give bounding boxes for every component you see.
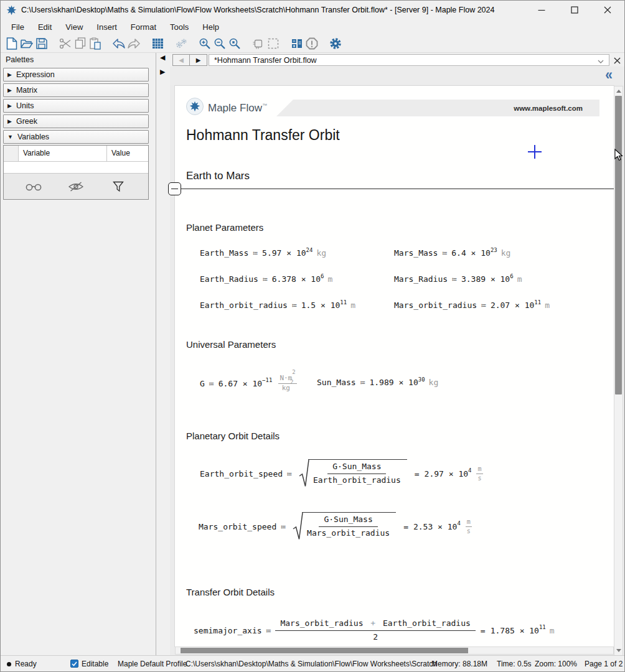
equation-sun-mass[interactable]: Sun_Mass ≔ 1.989 × 1030 kg xyxy=(317,378,438,387)
maple-flow-logo xyxy=(186,98,204,115)
menu-help[interactable]: Help xyxy=(195,21,226,34)
paste-icon[interactable] xyxy=(88,35,103,52)
menu-view[interactable]: View xyxy=(59,21,90,34)
palette-section-matrix[interactable]: ▶ Matrix xyxy=(3,83,149,97)
equation-earth-mass[interactable]: Earth_Mass ≔ 5.97 × 1024 kg xyxy=(200,248,326,258)
menu-tools[interactable]: Tools xyxy=(163,21,195,34)
worksheet-tab[interactable]: *Hohmann Transfer Orbit.flow xyxy=(209,54,609,66)
vertical-scroll-thumb[interactable] xyxy=(615,96,622,394)
redo-icon[interactable] xyxy=(126,35,141,52)
palettes-panel: Palettes ▶ Expression ▶ Matrix ▶ Units ▶… xyxy=(1,53,156,655)
menu-edit[interactable]: Edit xyxy=(31,21,59,34)
variables-column-variable[interactable]: Variable xyxy=(19,146,107,161)
planet-parameters-heading: Planet Parameters xyxy=(186,222,263,233)
assign-operator: ≔ xyxy=(263,274,268,284)
section-divider xyxy=(181,189,614,189)
menu-bar: File Edit View Insert Format Tools Help xyxy=(1,19,624,34)
forward-button[interactable]: ▶ xyxy=(190,55,207,65)
equation-mars-mass[interactable]: Mars_Mass ≔ 6.4 × 1023 kg xyxy=(394,248,510,258)
editable-checkbox[interactable] xyxy=(70,660,78,668)
tab-close-icon[interactable] xyxy=(613,56,621,65)
close-button[interactable] xyxy=(591,1,624,19)
vertical-scrollbar[interactable] xyxy=(614,86,623,656)
tab-dropdown-icon[interactable] xyxy=(598,55,604,66)
snippet-icon[interactable] xyxy=(251,35,266,52)
assign-operator: ≔ xyxy=(360,378,365,387)
insert-table-icon[interactable] xyxy=(150,35,165,52)
expand-right-icon[interactable]: ▶ xyxy=(160,68,165,75)
menu-format[interactable]: Format xyxy=(124,21,163,34)
minimize-button[interactable] xyxy=(525,1,558,19)
math-unit-fraction: N·m2 kg2 xyxy=(278,375,296,392)
chevron-right-icon: ▶ xyxy=(7,103,12,109)
interrupt-icon[interactable] xyxy=(304,35,319,52)
insert-crosshair-icon xyxy=(528,145,542,161)
minus-icon xyxy=(171,189,178,189)
math-unit: kg xyxy=(429,378,439,387)
palette-section-variables[interactable]: ▼ Variables xyxy=(3,130,149,144)
equation-earth-radius[interactable]: Earth_Radius ≔ 6.378 × 106 m xyxy=(200,274,332,284)
horizontal-scrollbar[interactable] xyxy=(175,646,614,655)
collapse-left-icon[interactable]: ◀ xyxy=(160,54,165,61)
worksheet-page[interactable]: Maple Flow™ www.maplesoft.com Hohmann Tr… xyxy=(175,86,614,646)
options-gear-icon[interactable] xyxy=(328,35,343,52)
website-link: www.maplesoft.com xyxy=(514,105,583,112)
hide-variables-icon[interactable] xyxy=(67,179,85,195)
maple-leaf-icon xyxy=(6,5,17,16)
copy-icon[interactable] xyxy=(73,35,88,52)
gears-link-icon[interactable] xyxy=(174,35,189,52)
variables-column-value[interactable]: Value xyxy=(107,146,148,161)
menu-file[interactable]: File xyxy=(4,21,31,34)
page-indicator: Page 1 of 2 xyxy=(585,660,623,668)
new-document-icon[interactable] xyxy=(4,35,19,52)
status-bar: Ready Editable Maple Default Profile C:\… xyxy=(1,655,624,671)
math-unit: m xyxy=(327,274,332,284)
maximize-button[interactable] xyxy=(558,1,591,19)
fraction-denominator: Mars_orbit_radius xyxy=(307,527,390,538)
scroll-up-icon[interactable] xyxy=(614,86,623,96)
section-heading: Earth to Mars xyxy=(186,170,250,182)
variables-toolbar xyxy=(4,173,148,199)
cut-icon[interactable] xyxy=(58,35,73,52)
profile-label: Maple Default Profile xyxy=(118,660,187,668)
equation-earth-orbit-speed[interactable]: Earth_orbit_speed ≔ G·Sun_Mass Earth_orb… xyxy=(200,455,483,492)
brand-name: Maple Flow™ xyxy=(208,102,267,114)
equals-sign: = xyxy=(481,626,486,635)
palette-section-units[interactable]: ▶ Units xyxy=(3,99,149,113)
equation-mars-radius[interactable]: Mars_Radius ≔ 3.389 × 106 m xyxy=(394,274,522,284)
zoom-in-icon[interactable] xyxy=(197,35,212,52)
equation-mars-orbit-radius[interactable]: Mars_orbit_radius ≔ 2.07 × 1011 m xyxy=(394,301,550,310)
menu-insert[interactable]: Insert xyxy=(90,21,124,34)
worksheet-area: ◀ ▶ *Hohmann Transfer Orbit.flow « Maple… xyxy=(170,53,624,655)
math-lhs: semimajor_axis xyxy=(194,626,262,635)
save-icon[interactable] xyxy=(34,35,49,52)
assign-operator: ≔ xyxy=(209,379,214,388)
horizontal-scroll-thumb[interactable] xyxy=(181,648,468,653)
equation-gravitational-constant[interactable]: G ≔ 6.67 × 10−11 N·m2 kg2 xyxy=(200,367,297,399)
selection-icon[interactable] xyxy=(266,35,281,52)
equation-mars-orbit-speed[interactable]: Mars_orbit_speed ≔ G·Sun_Mass Mars_orbit… xyxy=(199,508,472,544)
palette-section-expression[interactable]: ▶ Expression xyxy=(3,68,149,82)
watch-variables-icon[interactable] xyxy=(24,179,43,195)
zoom-fit-icon[interactable] xyxy=(227,35,242,52)
zoom-out-icon[interactable] xyxy=(212,35,227,52)
fraction-numerator: G·Sun_Mass xyxy=(319,515,377,527)
open-file-icon[interactable] xyxy=(19,35,34,52)
panel-splitter[interactable]: ◀ ▶ xyxy=(156,53,170,655)
scroll-down-icon[interactable] xyxy=(614,646,623,655)
evaluate-panel-icon[interactable] xyxy=(289,35,304,52)
chevron-right-icon: ▶ xyxy=(7,118,12,124)
palette-section-greek[interactable]: ▶ Greek xyxy=(3,114,149,128)
equation-semimajor-axis[interactable]: semimajor_axis ≔ Mars_orbit_radius + Ear… xyxy=(194,615,555,645)
section-collapse-button[interactable] xyxy=(168,182,181,195)
filter-variables-icon[interactable] xyxy=(109,179,128,195)
math-value: 2.97 × 10 xyxy=(425,469,468,478)
math-value: 2.07 × 10 xyxy=(491,301,534,310)
undo-icon[interactable] xyxy=(111,35,126,52)
collapse-panel-icon[interactable]: « xyxy=(605,67,613,83)
plus-operator: + xyxy=(368,618,378,628)
transfer-orbit-details-heading: Transfer Orbit Details xyxy=(186,587,275,597)
math-value: 5.97 × 10 xyxy=(262,248,306,258)
back-button[interactable]: ◀ xyxy=(173,55,190,65)
equation-earth-orbit-radius[interactable]: Earth_orbit_radius ≔ 1.5 × 1011 m xyxy=(200,301,355,310)
